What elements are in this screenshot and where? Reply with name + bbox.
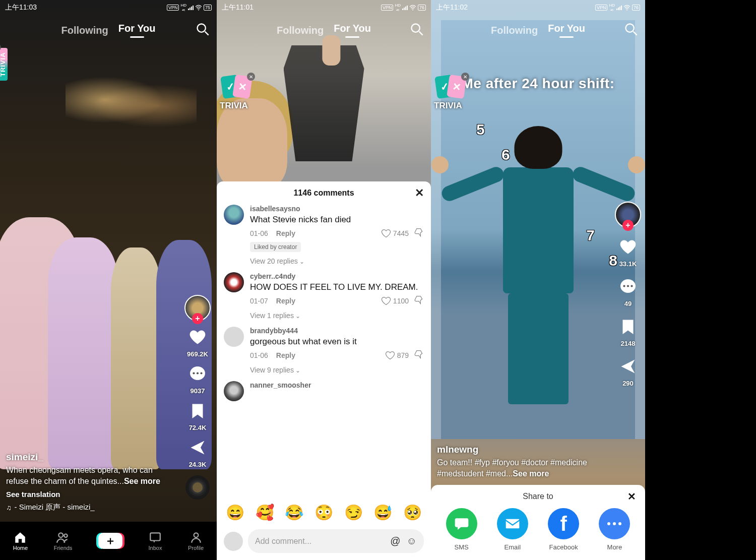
inbox-icon	[149, 531, 162, 544]
follow-plus-icon[interactable]: +	[622, 220, 634, 231]
save-button[interactable]: 2148	[619, 318, 637, 347]
follow-plus-icon[interactable]: +	[192, 313, 203, 324]
tab-following[interactable]: Following	[61, 25, 108, 36]
vpn-indicator: VPN	[595, 5, 608, 11]
commenter-avatar[interactable]	[224, 205, 244, 225]
commenter-avatar[interactable]	[224, 272, 244, 292]
status-time: 上午11:02	[436, 3, 468, 12]
view-replies[interactable]: View 9 replies	[250, 366, 424, 374]
video-info: simeizi_ When cheongsam meets opera, who…	[6, 452, 176, 512]
comment-item: nanner_smoosher	[224, 381, 424, 401]
trivia-badge[interactable]: ✕ TRIVIA	[434, 76, 469, 111]
comment-date: 01-06	[250, 351, 268, 359]
signal-icon	[188, 5, 194, 10]
tab-following[interactable]: Following	[491, 25, 538, 36]
commenter-avatar[interactable]	[224, 327, 244, 347]
caption[interactable]: When cheongsam meets opera, who can refu…	[6, 465, 176, 487]
search-icon[interactable]	[410, 22, 424, 38]
comment-like[interactable]: 7445	[381, 228, 409, 238]
emoji-option[interactable]: 😂	[285, 504, 303, 521]
my-avatar[interactable]	[224, 532, 243, 551]
like-button[interactable]: 33.1K	[619, 238, 637, 268]
comment-dislike[interactable]	[414, 295, 424, 306]
commenter-name[interactable]: isabellesaysno	[250, 205, 424, 213]
trivia-badge[interactable]: TRIVIA ✕	[0, 48, 8, 81]
sound-disc[interactable]	[185, 475, 210, 500]
tab-for-you[interactable]: For You	[334, 23, 371, 38]
facebook-icon: f	[548, 508, 579, 539]
emoji-option[interactable]: 😅	[373, 504, 392, 521]
share-more[interactable]: More	[599, 508, 630, 551]
comment-dislike[interactable]	[414, 227, 424, 239]
music-info[interactable]: ♫ - Simeizi 原声 - simeizi_	[6, 503, 176, 512]
nav-profile[interactable]: Profile	[188, 531, 204, 551]
commenter-name[interactable]: cyberr..c4ndy	[250, 272, 424, 280]
nav-friends[interactable]: Friends	[54, 531, 73, 551]
close-icon[interactable]: ✕	[247, 73, 255, 81]
view-replies[interactable]: View 1 replies	[250, 312, 424, 320]
commenter-avatar[interactable]	[224, 381, 244, 401]
comment-button[interactable]: 9037	[188, 365, 207, 395]
close-icon[interactable]: ✕	[627, 490, 636, 503]
emoji-option[interactable]: 😳	[314, 504, 333, 521]
comment-like[interactable]: 879	[385, 350, 409, 360]
view-replies[interactable]: View 20 replies	[250, 257, 424, 265]
nav-create[interactable]: ＋	[98, 533, 122, 549]
close-icon[interactable]: ✕	[461, 73, 469, 81]
svg-point-23	[618, 522, 621, 525]
creator-avatar[interactable]: +	[615, 202, 641, 228]
share-button[interactable]: 24.3K	[188, 439, 207, 468]
wifi-icon	[195, 5, 202, 11]
comment-icon	[188, 365, 207, 386]
trivia-badge[interactable]: ✕ TRIVIA	[220, 76, 255, 111]
mention-icon[interactable]: @	[390, 535, 400, 547]
see-more[interactable]: See more	[124, 477, 160, 485]
close-icon[interactable]: ✕	[415, 186, 424, 200]
search-icon[interactable]	[196, 22, 210, 38]
share-button[interactable]: 290	[619, 357, 637, 387]
reply-button[interactable]: Reply	[276, 351, 295, 359]
tab-for-you[interactable]: For You	[118, 23, 156, 38]
battery-icon: 75	[204, 5, 212, 11]
nav-home[interactable]: Home	[13, 531, 28, 551]
comment-like[interactable]: 1100	[381, 296, 409, 306]
comment-input[interactable]: Add comment... @ ☺	[248, 529, 424, 553]
share-facebook[interactable]: f Facebook	[548, 508, 579, 551]
tab-for-you[interactable]: For You	[548, 23, 585, 38]
emoji-option[interactable]: 😏	[344, 504, 363, 521]
caption[interactable]: Go team!! #fyp #foryou #doctor #medicine…	[437, 457, 605, 479]
commenter-name[interactable]: brandybby444	[250, 327, 424, 335]
share-sms[interactable]: SMS	[446, 508, 477, 551]
reply-button[interactable]: Reply	[276, 229, 295, 237]
vpn-indicator: VPN	[381, 5, 394, 11]
commenter-name[interactable]: nanner_smoosher	[250, 381, 424, 389]
tab-following[interactable]: Following	[277, 25, 324, 36]
nav-inbox[interactable]: Inbox	[149, 531, 162, 551]
search-icon[interactable]	[624, 22, 638, 38]
save-button[interactable]: 72.4K	[188, 402, 207, 431]
action-rail: + 33.1K 49 2148 290	[614, 202, 642, 387]
comment-date: 01-06	[250, 229, 268, 237]
see-more[interactable]: See more	[513, 469, 549, 478]
share-email[interactable]: Email	[497, 508, 528, 551]
like-button[interactable]: 969.2K	[187, 328, 208, 358]
video-info: mlnewng Go team!! #fyp #foryou #doctor #…	[437, 444, 605, 479]
emoji-icon[interactable]: ☺	[407, 535, 417, 547]
reply-button[interactable]: Reply	[276, 297, 295, 305]
comments-count: 1146 comments	[293, 189, 354, 198]
creator-username[interactable]: mlnewng	[437, 444, 605, 455]
feed-tabs: Following For You	[217, 23, 431, 38]
overlay-number: 6	[501, 146, 510, 163]
emoji-option[interactable]: 🥰	[256, 504, 274, 521]
action-rail: + 969.2K 9037 72.4K	[182, 295, 213, 500]
creator-avatar[interactable]: +	[184, 295, 211, 321]
emoji-option[interactable]: 😄	[226, 504, 244, 521]
creator-username[interactable]: simeizi_	[6, 452, 176, 463]
svg-point-18	[623, 285, 625, 287]
comment-button[interactable]: 49	[619, 278, 637, 307]
see-translation[interactable]: See translation	[6, 490, 176, 499]
signal-icon	[616, 5, 622, 10]
emoji-option[interactable]: 🥺	[403, 504, 422, 521]
comments-list[interactable]: isabellesaysno What Stevie nicks fan die…	[217, 205, 431, 500]
comment-dislike[interactable]	[414, 349, 424, 361]
